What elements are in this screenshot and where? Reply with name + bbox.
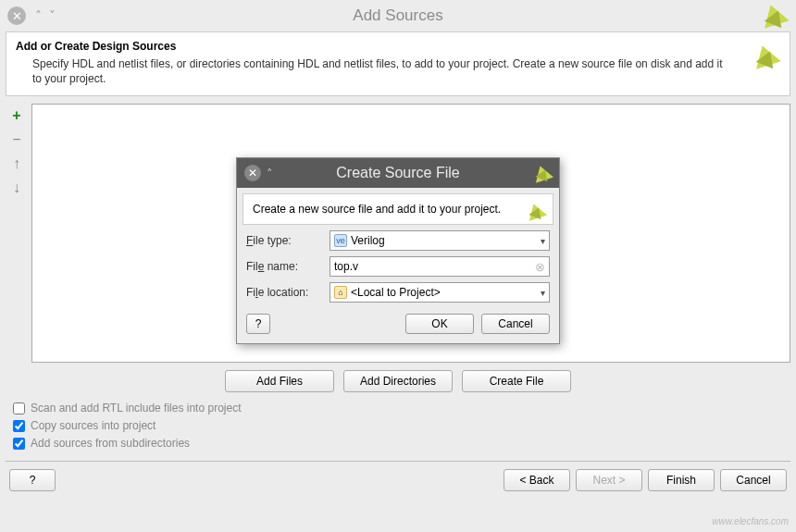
file-name-input[interactable] [334,260,531,273]
cancel-button[interactable]: Cancel [720,469,787,491]
finish-button[interactable]: Finish [648,469,715,491]
create-source-dialog: ✕ ˄ Create Source File Create a new sour… [236,157,560,344]
window-title: Add Sources [353,6,442,25]
add-subdirs-option[interactable]: Add sources from subdirectories [13,437,783,450]
folder-icon: ⌂ [334,286,347,299]
copy-sources-checkbox[interactable] [13,420,25,432]
dialog-description-panel: Create a new source file and add it to y… [243,193,553,225]
next-button: Next > [576,469,642,491]
dialog-description: Create a new source file and add it to y… [253,203,501,216]
file-type-combobox[interactable]: ve Verilog ▾ [330,230,550,251]
side-toolbar: + − ↑ ↓ [6,104,28,363]
copy-sources-label: Copy sources into project [31,419,155,432]
file-name-label: File name: [246,260,324,273]
chevron-down-icon: ▾ [541,236,545,246]
help-button[interactable]: ? [9,469,56,491]
move-up-icon[interactable]: ↑ [8,155,25,172]
dialog-collapse-icon[interactable]: ˄ [267,167,273,180]
dialog-cancel-button[interactable]: Cancel [481,314,550,334]
add-directories-button[interactable]: Add Directories [343,370,453,392]
watermark: www.elecfans.com [712,516,789,526]
file-location-value: <Local to Project> [351,286,441,299]
create-file-button[interactable]: Create File [462,370,571,392]
collapse-up-icon[interactable]: ˄ [31,8,45,23]
dialog-title: Create Source File [336,165,459,181]
dialog-actions: ? OK Cancel [237,308,559,343]
remove-icon[interactable]: − [8,131,25,148]
add-subdirs-label: Add sources from subdirectories [31,437,190,450]
scan-rtl-option[interactable]: Scan and add RTL include files into proj… [13,402,783,414]
dialog-titlebar: ✕ ˄ Create Source File [237,158,559,188]
add-files-button[interactable]: Add Files [225,370,334,392]
dialog-help-button[interactable]: ? [246,314,270,334]
description-panel: Add or Create Design Sources Specify HDL… [6,31,790,96]
scan-rtl-checkbox[interactable] [13,402,25,414]
wizard-buttons: ? < Back Next > Finish Cancel [0,462,796,491]
xilinx-logo-icon [527,202,545,220]
dialog-ok-button[interactable]: OK [405,314,474,334]
verilog-icon: ve [334,234,347,247]
panel-description: Specify HDL and netlist files, or direct… [16,56,778,86]
collapse-down-icon[interactable]: ˅ [45,8,59,23]
dialog-close-icon[interactable]: ✕ [244,165,261,181]
xilinx-logo-icon [752,43,778,69]
file-type-value: Verilog [351,234,385,247]
close-icon[interactable]: ✕ [7,6,26,25]
add-icon[interactable]: + [8,107,25,124]
file-location-label: File location: [246,286,324,299]
options-group: Scan and add RTL include files into proj… [13,402,783,450]
xilinx-logo-icon [761,3,787,29]
file-location-combobox[interactable]: ⌂ <Local to Project> ▾ [330,282,550,303]
copy-sources-option[interactable]: Copy sources into project [13,419,783,432]
add-subdirs-checkbox[interactable] [13,438,25,450]
file-type-label: File type: [246,234,324,247]
clear-icon[interactable]: ⊗ [535,260,545,274]
scan-rtl-label: Scan and add RTL include files into proj… [31,402,241,414]
dialog-form: File type: ve Verilog ▾ File name: ⊗ Fil… [246,230,550,303]
move-down-icon[interactable]: ↓ [8,179,25,196]
titlebar: ✕ ˄ ˅ Add Sources [0,0,796,31]
back-button[interactable]: < Back [504,469,570,491]
chevron-down-icon: ▾ [541,288,545,298]
action-buttons-row: Add Files Add Directories Create File [0,370,796,392]
xilinx-logo-icon [533,164,552,182]
file-name-field-wrapper: ⊗ [330,256,550,277]
panel-heading: Add or Create Design Sources [16,40,778,53]
